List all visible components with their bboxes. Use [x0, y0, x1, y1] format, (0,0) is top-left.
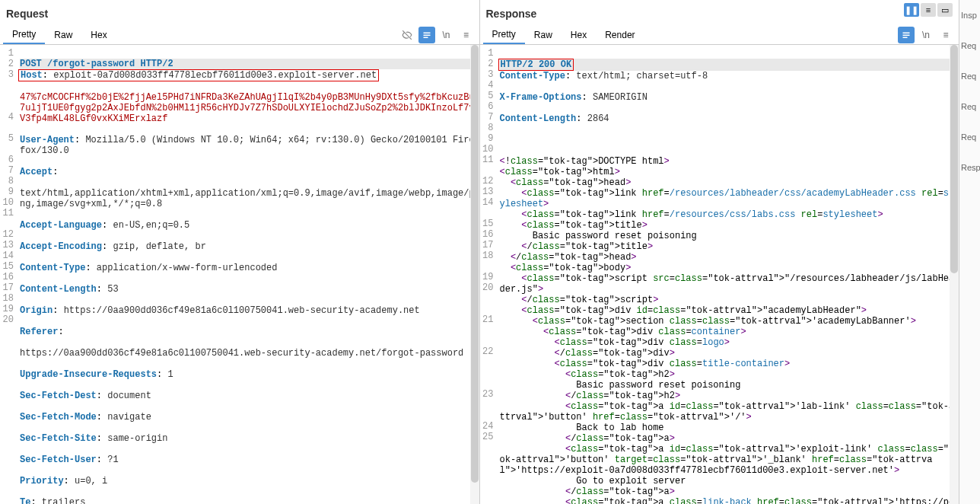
svg-rect-3	[903, 33, 910, 34]
response-panel: ❚❚ ≡ ▭ Response Pretty Raw Hex Render \n…	[480, 0, 959, 504]
inspector-tab[interactable]: Insp	[959, 8, 980, 23]
req-tab-2[interactable]: Req	[959, 69, 980, 84]
req-tab-4[interactable]: Req	[959, 129, 980, 145]
tab-hex-resp[interactable]: Hex	[562, 27, 596, 43]
svg-rect-4	[903, 35, 910, 37]
http-path: /forgot-password	[47, 59, 135, 69]
menu-icon-resp[interactable]: ≡	[937, 27, 954, 43]
host-highlight: Host: exploit-0a7d008d033ff4778lecbf7601…	[18, 69, 379, 81]
response-code[interactable]: 1234567891011121314151617181920212223242…	[480, 45, 959, 504]
request-scrollbar[interactable]	[470, 45, 479, 504]
request-gutter: 1234567891011121314151617181920	[0, 45, 17, 504]
response-content[interactable]: HTTP/2 200 OK Content-Type: text/html; c…	[497, 45, 959, 504]
http-version: HTTP/2	[140, 59, 173, 69]
response-top-controls: ❚❚ ≡ ▭	[904, 3, 953, 17]
http-method: POST	[20, 59, 42, 69]
request-tabs: Pretty Raw Hex \n ≡	[0, 26, 479, 45]
svg-rect-5	[903, 37, 908, 39]
newline-icon-resp[interactable]: \n	[918, 27, 934, 43]
response-gutter: 1234567891011121314151617181920212223242…	[480, 45, 497, 504]
host-value: exploit-0a7d008d033ff4778lecbf76011d00e3…	[53, 70, 377, 81]
hide-icon[interactable]	[399, 27, 415, 43]
svg-rect-1	[423, 35, 430, 37]
layout-icon[interactable]: ▭	[937, 3, 953, 17]
newline-icon[interactable]: \n	[438, 27, 455, 43]
response-tabs: Pretty Raw Hex Render \n ≡	[480, 26, 959, 45]
menu-icon[interactable]: ≡	[458, 27, 475, 43]
resp-tab[interactable]: Resp	[959, 160, 980, 175]
action-icon-resp[interactable]	[898, 27, 915, 43]
req-tab-3[interactable]: Req	[959, 99, 980, 114]
req-tab-1[interactable]: Req	[959, 38, 980, 53]
tab-pretty-resp[interactable]: Pretty	[483, 26, 525, 44]
response-title: Response	[480, 0, 959, 26]
tab-raw-resp[interactable]: Raw	[525, 27, 562, 43]
tab-hex[interactable]: Hex	[81, 27, 116, 43]
tab-render-resp[interactable]: Render	[596, 27, 644, 43]
response-scrollbar[interactable]	[950, 45, 959, 504]
http-status: HTTP/2 200 OK	[501, 59, 572, 70]
accept-value: text/html,application/xhtml+xml,applicat…	[20, 188, 475, 209]
svg-rect-0	[423, 33, 430, 34]
request-content[interactable]: POST /forgot-password HTTP/2 Host: explo…	[17, 45, 479, 504]
action-icon[interactable]	[418, 27, 435, 43]
equal-icon[interactable]: ≡	[921, 3, 936, 17]
response-html-body: <!class="tok-tag">DOCTYPE html><class="t…	[500, 156, 956, 504]
tab-pretty[interactable]: Pretty	[3, 26, 45, 44]
pause-icon[interactable]: ❚❚	[904, 3, 919, 17]
request-code[interactable]: 1234567891011121314151617181920 POST /fo…	[0, 45, 479, 504]
cookie-value: 47%7cMCOCFHf%2b0jE%2fjjAel5PHd7iNFRDa3Ke…	[20, 92, 476, 124]
ua-value: Mozilla/5.0 (Windows NT 10.0; Win64; x64…	[20, 135, 475, 156]
tab-raw[interactable]: Raw	[45, 27, 81, 43]
request-panel: Request Pretty Raw Hex \n ≡ 123456789101…	[0, 0, 480, 504]
request-title: Request	[0, 0, 479, 26]
inspector-sidebar: Insp Req Req Req Req Resp	[959, 0, 980, 504]
svg-rect-2	[423, 37, 428, 39]
status-highlight: HTTP/2 200 OK	[498, 59, 574, 71]
